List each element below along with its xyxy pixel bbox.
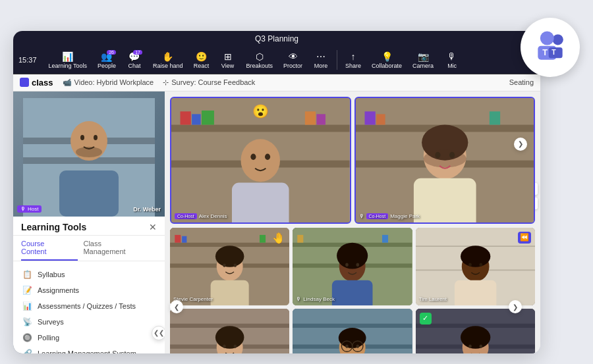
nav-arrow-right[interactable]: ❯	[509, 300, 522, 313]
surveys-label: Surveys	[38, 318, 64, 326]
title-bar: Q3 Planning	[13, 31, 540, 47]
toolbar-mic-label: Mic	[447, 63, 457, 69]
svg-rect-58	[332, 280, 373, 305]
svg-rect-43	[175, 235, 181, 243]
seating-button[interactable]: Seating	[509, 78, 534, 86]
svg-point-77	[234, 344, 237, 348]
toolbar-raise-hand[interactable]: ✋ Raise hand	[149, 49, 187, 71]
alex-emoji: 😮	[252, 103, 269, 119]
toolbar-camera[interactable]: 📷 Camera	[409, 49, 438, 71]
left-panel: 🎙 Host Dr. Weber Learning Tools ✕	[13, 91, 165, 353]
toolbar-chat-label: Chat	[128, 63, 140, 69]
menu-item-lms[interactable]: 🔗 Learning Management System	[18, 346, 159, 353]
menu-item-assessments[interactable]: 📊 Assessments / Quizzes / Tests	[18, 298, 159, 314]
right-video-area: ▲ ▼	[165, 91, 540, 353]
toolbar-view[interactable]: ⊞ View	[216, 49, 240, 71]
toolbar-proctor-label: Proctor	[283, 63, 302, 69]
toolbar-chat[interactable]: 💬 17 Chat	[123, 49, 146, 71]
svg-point-96	[479, 344, 482, 348]
video-item[interactable]: 📹 Video: Hybrid Workplace	[63, 78, 154, 87]
tab-class-management[interactable]: Class Management	[83, 236, 152, 261]
svg-point-59	[346, 263, 349, 266]
toolbar-collaborate[interactable]: 💡 Collaborate	[368, 49, 406, 71]
svg-rect-32	[376, 114, 385, 124]
toolbar-mic[interactable]: 🎙 Mic	[440, 49, 464, 71]
survey-icon: ⊹	[163, 78, 169, 87]
assessments-icon: 📊	[22, 301, 32, 311]
learning-tools-panel: Learning Tools ✕ Course Content Class Ma…	[13, 217, 165, 353]
toolbar-react[interactable]: 🙂 React	[190, 49, 213, 71]
toolbar-more[interactable]: ⋯ More	[309, 49, 333, 71]
chevron-right-icon: ❯	[513, 303, 518, 311]
learning-tools-icon: 📊	[62, 51, 73, 62]
surveys-icon: 📡	[22, 317, 32, 326]
video-cell-rene: ✓ Rene Burke	[416, 309, 535, 353]
toolbar-breakouts[interactable]: ⬡ Breakouts	[242, 49, 277, 71]
syllabus-icon: 📋	[22, 270, 32, 279]
svg-point-50	[234, 263, 237, 267]
raise-hand-icon: ✋	[162, 51, 173, 62]
menu-item-syllabus[interactable]: 📋 Syllabus	[18, 267, 159, 282]
nav-arrow-top-right[interactable]: ❯	[514, 138, 527, 151]
svg-rect-37	[413, 178, 476, 222]
maggie-park-label: 🎙 Co-Host Maggie Park	[359, 213, 420, 219]
polling-icon: 🔘	[22, 333, 32, 342]
svg-rect-54	[298, 235, 304, 243]
more-icon: ⋯	[316, 51, 325, 62]
scene: T T Q3 Planning 15:37 📊 Learning Tools 👥…	[13, 11, 580, 353]
host-name-text: Dr. Weber	[133, 206, 161, 213]
svg-point-38	[435, 151, 440, 157]
class-logo: class	[20, 78, 53, 88]
survey-item-label: Survey: Course Feedback	[171, 78, 255, 86]
toolbar-people[interactable]: 👥 26 People	[94, 49, 120, 71]
svg-point-26	[250, 153, 256, 159]
menu-item-polling[interactable]: 🔘 Polling	[18, 330, 159, 346]
svg-point-39	[449, 151, 455, 157]
nav-arrow-left[interactable]: ❮	[170, 300, 183, 313]
tim-rewind-badge: ⏪	[518, 232, 531, 244]
svg-point-47	[215, 246, 244, 267]
toolbar: 15:37 📊 Learning Tools 👥 26 People 💬 17 …	[13, 47, 540, 74]
bottom-row-2: 🎙 Jese Chen	[170, 309, 535, 353]
svg-rect-21	[202, 110, 214, 124]
svg-rect-25	[232, 182, 289, 222]
host-video: 🎙 Host Dr. Weber	[13, 91, 165, 217]
tab-class-management-label: Class Management	[83, 240, 125, 255]
video-cell-jese: 🎙 Jese Chen	[170, 309, 289, 353]
lt-tabs: Course Content Class Management	[13, 236, 165, 261]
svg-point-24	[240, 139, 280, 182]
alex-dennis-name: Alex Dennis	[199, 213, 227, 219]
menu-item-surveys[interactable]: 📡 Surveys	[18, 314, 159, 330]
tab-course-content[interactable]: Course Content	[21, 236, 78, 261]
maggie-cohost-badge: Co-Host	[366, 213, 389, 219]
svg-point-57	[337, 243, 368, 269]
toolbar-learning-tools[interactable]: 📊 Learning Tools	[45, 49, 91, 71]
svg-rect-79	[293, 323, 412, 327]
stevie-emoji: 🤚	[272, 232, 285, 244]
class-logo-dot	[20, 78, 29, 87]
tab-course-content-label: Course Content	[21, 240, 47, 255]
host-name: Dr. Weber	[133, 206, 161, 213]
menu-item-assignments[interactable]: 📝 Assignments	[18, 282, 159, 298]
assignments-icon: 📝	[22, 286, 32, 295]
chevron-left-icon: ❮	[174, 303, 179, 311]
svg-rect-48	[211, 280, 249, 305]
svg-point-74	[215, 326, 244, 348]
survey-item[interactable]: ⊹ Survey: Course Feedback	[163, 78, 255, 87]
camera-icon: 📷	[418, 51, 429, 62]
video-cell-lindsay: 🎙 Lindsay Beck	[293, 228, 412, 305]
toolbar-time: 15:37	[18, 56, 37, 64]
host-role: Host	[28, 206, 38, 212]
lt-close-button[interactable]: ✕	[149, 222, 157, 232]
mic-icon: 🎙	[447, 51, 457, 62]
svg-rect-67	[455, 280, 496, 305]
svg-point-14	[76, 147, 102, 157]
svg-point-68	[468, 263, 472, 266]
lt-header: Learning Tools ✕	[13, 217, 165, 236]
chat-badge: 17	[133, 50, 142, 55]
collapse-panel-button[interactable]: ❮❮	[152, 326, 165, 340]
bottom-row-1: 🤚 Stevie Carpenter	[170, 228, 535, 305]
toolbar-share[interactable]: ↑ Share	[341, 49, 365, 71]
toolbar-proctor[interactable]: 👁 Proctor	[279, 49, 306, 71]
toolbar-camera-label: Camera	[412, 63, 434, 69]
